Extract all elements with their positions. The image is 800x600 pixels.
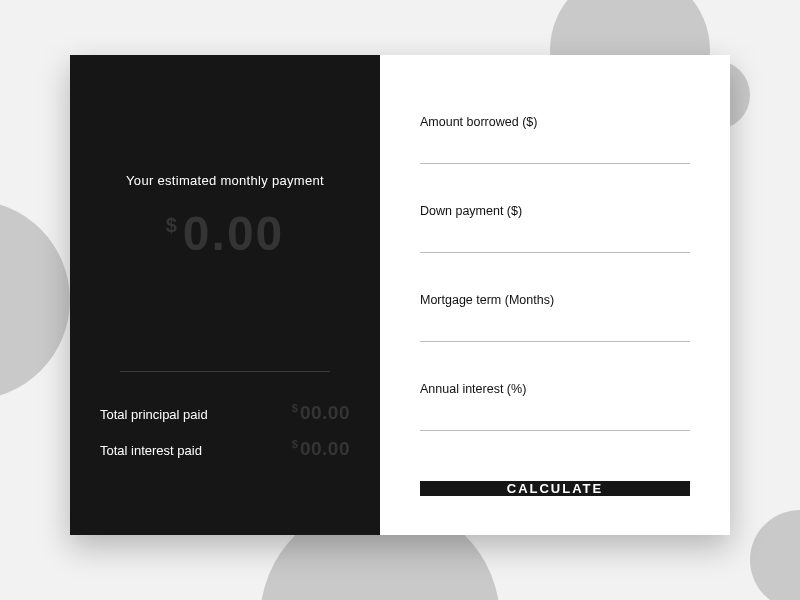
annual-interest-input[interactable] (420, 404, 690, 431)
amount-borrowed-input[interactable] (420, 137, 690, 164)
divider (120, 371, 330, 372)
form-panel: Amount borrowed ($) Down payment ($) Mor… (380, 55, 730, 535)
estimated-amount: 0.00 (183, 207, 284, 260)
currency-symbol: $ (292, 438, 298, 450)
calculate-button[interactable]: CALCULATE (420, 481, 690, 496)
total-interest-amount: 00.00 (300, 438, 350, 459)
mortgage-term-input[interactable] (420, 315, 690, 342)
total-principal-label: Total principal paid (100, 407, 208, 422)
estimated-payment-value: $0.00 (100, 206, 350, 261)
calculator-card: Your estimated monthly payment $0.00 Tot… (70, 55, 730, 535)
total-interest-row: Total interest paid $00.00 (100, 438, 350, 460)
total-principal-value: $00.00 (292, 402, 350, 424)
total-interest-label: Total interest paid (100, 443, 202, 458)
results-panel: Your estimated monthly payment $0.00 Tot… (70, 55, 380, 535)
down-payment-field: Down payment ($) (420, 204, 690, 253)
currency-symbol: $ (166, 214, 177, 236)
currency-symbol: $ (292, 402, 298, 414)
mortgage-term-label: Mortgage term (Months) (420, 293, 690, 307)
total-interest-value: $00.00 (292, 438, 350, 460)
bg-circle (0, 200, 70, 400)
amount-borrowed-field: Amount borrowed ($) (420, 115, 690, 164)
estimated-payment-label: Your estimated monthly payment (100, 173, 350, 188)
amount-borrowed-label: Amount borrowed ($) (420, 115, 690, 129)
bg-circle (750, 510, 800, 600)
mortgage-term-field: Mortgage term (Months) (420, 293, 690, 342)
annual-interest-label: Annual interest (%) (420, 382, 690, 396)
total-principal-row: Total principal paid $00.00 (100, 402, 350, 424)
down-payment-input[interactable] (420, 226, 690, 253)
annual-interest-field: Annual interest (%) (420, 382, 690, 431)
down-payment-label: Down payment ($) (420, 204, 690, 218)
total-principal-amount: 00.00 (300, 402, 350, 423)
